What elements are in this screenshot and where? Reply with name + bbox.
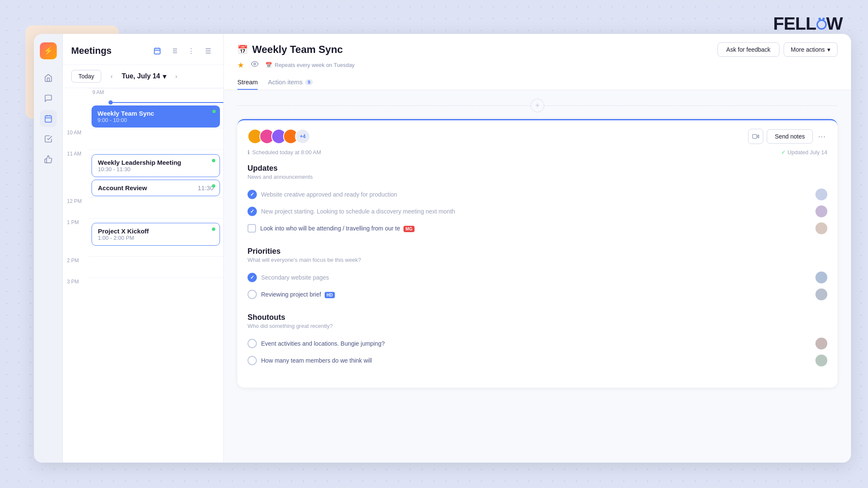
time-label-3pm: 3 PM xyxy=(67,279,79,285)
priorities-subtitle: What will everyone's main focus be this … xyxy=(248,257,827,263)
meeting-header-actions: Ask for feedback More actions ▾ xyxy=(718,42,837,57)
next-date-btn[interactable]: › xyxy=(170,70,182,82)
info-icon: ℹ xyxy=(248,149,250,155)
check-circle-checked[interactable] xyxy=(248,273,257,282)
item-left: Secondary website pages xyxy=(248,273,810,282)
list-view-btn[interactable] xyxy=(167,44,181,58)
event-account-review[interactable]: Account Review 11:30 xyxy=(92,180,220,196)
item-left: Look into who will be attending / travel… xyxy=(248,224,810,233)
meeting-meta: ★ 📅 Repeats every week on Tuesday xyxy=(237,60,837,70)
updates-item-3: Look into who will be attending / travel… xyxy=(248,220,827,237)
session-card-header: +4 Send notes ⋯ xyxy=(248,129,827,144)
svg-rect-4 xyxy=(154,48,160,54)
main-content: 📅 Weekly Team Sync Ask for feedback More… xyxy=(224,34,851,463)
time-label-2pm: 2 PM xyxy=(67,258,79,263)
item-text: Event activities and locations. Bungie j… xyxy=(261,340,810,347)
dashed-line-right xyxy=(544,105,837,106)
time-label-12pm: 12 PM xyxy=(67,198,82,204)
check-circle-empty[interactable] xyxy=(248,356,257,365)
event-project-x[interactable]: Project X Kickoff 1:00 - 2:00 PM xyxy=(92,223,220,246)
item-left: Event activities and locations. Bungie j… xyxy=(248,339,810,348)
updates-section: Updates News and announcements Website c… xyxy=(248,164,827,237)
more-options-btn[interactable]: ⋮ xyxy=(184,44,198,58)
sidebar-item-tasks[interactable] xyxy=(40,130,57,147)
sidebar-item-calendar[interactable] xyxy=(40,110,57,127)
more-actions-button[interactable]: More actions ▾ xyxy=(784,42,837,57)
item-avatar xyxy=(815,189,827,200)
check-circle-checked[interactable] xyxy=(248,207,257,216)
shoutouts-section: Shoutouts Who did something great recent… xyxy=(248,313,827,369)
today-button[interactable]: Today xyxy=(71,70,101,83)
eye-icon[interactable] xyxy=(251,60,259,70)
prev-date-btn[interactable]: ‹ xyxy=(106,70,117,82)
meeting-header: 📅 Weekly Team Sync Ask for feedback More… xyxy=(224,34,851,90)
ask-feedback-button[interactable]: Ask for feedback xyxy=(718,42,779,57)
item-left: How many team members do we think will xyxy=(248,356,810,365)
priorities-item-1: Secondary website pages xyxy=(248,269,827,286)
updates-item-1: Website creative approved and ready for … xyxy=(248,186,827,203)
event-area-10am xyxy=(88,132,223,134)
session-meta: ℹ Scheduled today at 8:00 AM ✓ Updated J… xyxy=(248,149,827,155)
repeat-info: 📅 Repeats every week on Tuesday xyxy=(265,62,355,68)
check-square[interactable] xyxy=(248,224,256,233)
event-title: Weekly Team Sync xyxy=(97,110,214,117)
check-icon: ✓ xyxy=(781,149,786,155)
event-area-12pm xyxy=(88,201,223,202)
item-avatar xyxy=(815,355,827,366)
event-dot xyxy=(212,227,215,231)
app-icon: ⚡ xyxy=(40,42,57,59)
star-icon[interactable]: ★ xyxy=(237,61,244,70)
item-left: Website creative approved and ready for … xyxy=(248,190,810,199)
date-nav: Today ‹ Tue, July 14 ▾ › xyxy=(63,65,223,88)
avatar-count: +4 xyxy=(295,129,310,144)
shoutouts-item-2: How many team members do we think will xyxy=(248,352,827,369)
event-weekly-leadership[interactable]: Weekly Leadership Meeting 10:30 - 11:30 xyxy=(92,154,220,177)
event-area-9am: Weekly Team Sync 9:00 - 10:00 xyxy=(88,92,223,128)
sidebar-item-home[interactable] xyxy=(40,69,57,86)
item-avatar xyxy=(815,288,827,300)
check-circle-empty[interactable] xyxy=(248,339,257,348)
event-time: 1:00 - 2:00 PM xyxy=(98,235,214,241)
svg-point-14 xyxy=(254,63,256,65)
item-text: How many team members do we think will xyxy=(261,357,810,364)
event-dot xyxy=(212,110,216,113)
event-area-11am: Weekly Leadership Meeting 10:30 - 11:30 … xyxy=(88,153,223,197)
time-slot-10am: 10 AM xyxy=(88,128,223,150)
session-actions: Send notes ⋯ xyxy=(748,129,827,144)
time-label-10am: 10 AM xyxy=(67,130,81,136)
check-circle-checked[interactable] xyxy=(248,190,257,199)
menu-btn[interactable]: ☰ xyxy=(201,44,215,58)
priorities-title: Priorities xyxy=(248,247,827,256)
event-title: Project X Kickoff xyxy=(98,227,214,235)
event-area-2pm xyxy=(88,260,223,262)
meetings-panel: Meetings ⋮ ☰ Today ‹ Tue, July 14 ▾ › xyxy=(63,34,224,463)
sidebar-item-feedback[interactable] xyxy=(40,151,57,168)
video-button[interactable] xyxy=(748,129,763,144)
updates-title: Updates xyxy=(248,164,827,173)
event-title: Weekly Leadership Meeting xyxy=(98,159,214,166)
event-time: 9:00 - 10:00 xyxy=(97,117,214,123)
tab-stream[interactable]: Stream xyxy=(237,75,258,90)
time-slot-12pm: 12 PM xyxy=(88,197,223,218)
time-slot-9am: 9 AM Weekly Team Sync 9:00 - 10:00 xyxy=(88,88,223,128)
current-date[interactable]: Tue, July 14 ▾ xyxy=(122,72,166,80)
app-container: ⚡ Meetings ⋮ xyxy=(34,34,851,463)
item-avatar xyxy=(815,338,827,349)
sidebar-item-messages[interactable] xyxy=(40,90,57,107)
time-label-11am: 11 AM xyxy=(67,151,81,157)
send-notes-button[interactable]: Send notes xyxy=(767,129,813,144)
item-avatar xyxy=(815,205,827,217)
event-time: 10:30 - 11:30 xyxy=(98,166,214,172)
app-logo: FELL⍥W xyxy=(773,14,843,34)
sidebar: ⚡ xyxy=(34,34,63,463)
attendees-avatars: +4 xyxy=(248,129,310,144)
event-weekly-team-sync[interactable]: Weekly Team Sync 9:00 - 10:00 xyxy=(92,105,220,128)
calendar-view-btn[interactable] xyxy=(150,44,164,58)
add-section-btn[interactable]: + xyxy=(531,99,544,112)
svg-rect-0 xyxy=(45,116,51,122)
check-circle-empty[interactable] xyxy=(248,290,257,299)
svg-marker-15 xyxy=(757,135,759,138)
session-more-btn[interactable]: ⋯ xyxy=(816,130,827,143)
item-text: Look into who will be attending / travel… xyxy=(260,225,810,232)
tab-action-items[interactable]: Action items 9 xyxy=(268,75,313,90)
